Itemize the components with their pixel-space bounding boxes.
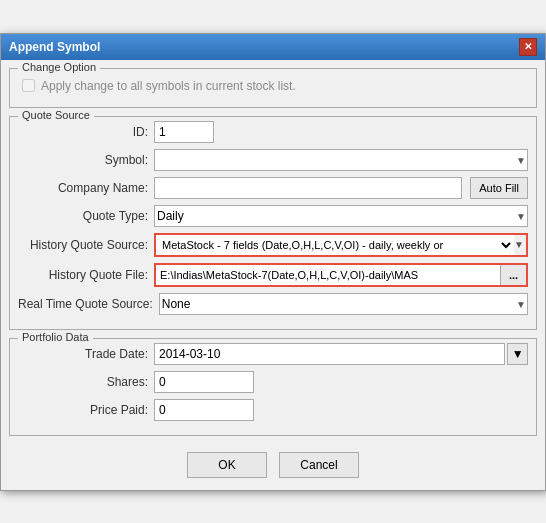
- company-row: Company Name: Auto Fill: [18, 177, 528, 199]
- dialog-content: Change Option Apply change to all symbol…: [1, 60, 545, 490]
- apply-change-checkbox[interactable]: [22, 79, 35, 92]
- trade-date-wrapper: ▼: [154, 343, 528, 365]
- shares-label: Shares:: [18, 375, 148, 389]
- history-quote-file-wrapper: ...: [154, 263, 528, 287]
- history-quote-source-row: History Quote Source: MetaStock - 7 fiel…: [18, 233, 528, 257]
- dialog-title: Append Symbol: [9, 40, 100, 54]
- change-option-label: Change Option: [18, 61, 100, 73]
- history-quote-source-label: History Quote Source:: [18, 238, 148, 252]
- realtime-source-select[interactable]: None: [159, 293, 528, 315]
- realtime-source-wrapper: None ▼: [159, 293, 528, 315]
- id-field-wrapper: [154, 121, 528, 143]
- quote-type-wrapper: Daily Weekly Monthly ▼: [154, 205, 528, 227]
- history-quote-source-wrapper: MetaStock - 7 fields (Date,O,H,L,C,V,OI)…: [154, 233, 528, 257]
- shares-wrapper: [154, 371, 528, 393]
- company-label: Company Name:: [18, 181, 148, 195]
- id-field[interactable]: [154, 121, 214, 143]
- realtime-source-row: Real Time Quote Source: None ▼: [18, 293, 528, 315]
- history-quote-file-input[interactable]: [156, 265, 500, 285]
- id-label: ID:: [18, 125, 148, 139]
- history-quote-file-label: History Quote File:: [18, 268, 148, 282]
- dialog-buttons: OK Cancel: [9, 444, 537, 482]
- shares-input[interactable]: [154, 371, 254, 393]
- price-paid-label: Price Paid:: [18, 403, 148, 417]
- title-bar-controls: ✕: [519, 38, 537, 56]
- history-quote-file-row: History Quote File: ...: [18, 263, 528, 287]
- append-symbol-dialog: Append Symbol ✕ Change Option Apply chan…: [0, 33, 546, 491]
- cancel-button[interactable]: Cancel: [279, 452, 359, 478]
- hqs-arrow-icon: ▼: [514, 239, 526, 250]
- trade-date-input[interactable]: [154, 343, 505, 365]
- browse-button[interactable]: ...: [500, 265, 526, 285]
- date-picker-button[interactable]: ▼: [507, 343, 528, 365]
- ok-button[interactable]: OK: [187, 452, 267, 478]
- trade-date-row: Trade Date: ▼: [18, 343, 528, 365]
- portfolio-data-group: Portfolio Data Trade Date: ▼ Shares:: [9, 338, 537, 436]
- price-paid-wrapper: [154, 399, 528, 421]
- quote-type-label: Quote Type:: [18, 209, 148, 223]
- trade-date-label: Trade Date:: [18, 347, 148, 361]
- quote-type-select[interactable]: Daily Weekly Monthly: [154, 205, 528, 227]
- close-button[interactable]: ✕: [519, 38, 537, 56]
- history-quote-source-select[interactable]: MetaStock - 7 fields (Date,O,H,L,C,V,OI)…: [156, 235, 514, 255]
- shares-row: Shares:: [18, 371, 528, 393]
- calendar-icon: ▼: [512, 347, 524, 361]
- id-row: ID:: [18, 121, 528, 143]
- company-field-wrapper: Auto Fill: [154, 177, 528, 199]
- change-option-group: Change Option Apply change to all symbol…: [9, 68, 537, 108]
- price-paid-row: Price Paid:: [18, 399, 528, 421]
- symbol-wrapper: ▼: [154, 149, 528, 171]
- portfolio-data-label: Portfolio Data: [18, 331, 93, 343]
- title-bar: Append Symbol ✕: [1, 34, 545, 60]
- price-paid-input[interactable]: [154, 399, 254, 421]
- auto-fill-button[interactable]: Auto Fill: [470, 177, 528, 199]
- apply-change-text: Apply change to all symbols in current s…: [41, 79, 296, 93]
- symbol-select[interactable]: [154, 149, 528, 171]
- symbol-row: Symbol: ▼: [18, 149, 528, 171]
- quote-source-group: Quote Source ID: Symbol: ▼: [9, 116, 537, 330]
- symbol-label: Symbol:: [18, 153, 148, 167]
- quote-source-label: Quote Source: [18, 109, 94, 121]
- apply-change-row: Apply change to all symbols in current s…: [18, 73, 528, 99]
- company-field[interactable]: [154, 177, 462, 199]
- realtime-source-label: Real Time Quote Source:: [18, 297, 153, 311]
- quote-type-row: Quote Type: Daily Weekly Monthly ▼: [18, 205, 528, 227]
